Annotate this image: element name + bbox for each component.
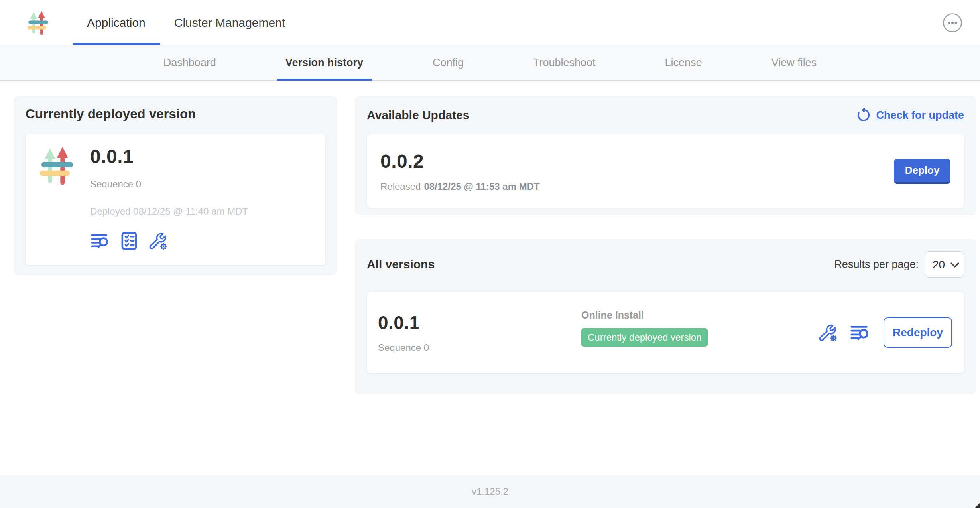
- view-logs-button[interactable]: [90, 231, 109, 250]
- all-versions-title: All versions: [367, 258, 435, 271]
- row-sequence-label: Sequence 0: [378, 342, 429, 353]
- overflow-menu-button[interactable]: [943, 13, 962, 33]
- deployed-version-info: 0.0.1 Sequence 0 Deployed 08/12/25 @ 11:…: [90, 146, 248, 253]
- version-row-status: Online Install Currently deployed versio…: [581, 309, 708, 347]
- currently-deployed-title: Currently deployed version: [26, 106, 325, 122]
- preflight-checks-button[interactable]: [120, 231, 139, 250]
- preflight-checks-icon: [121, 232, 138, 250]
- tab-config[interactable]: Config: [424, 45, 472, 80]
- results-per-page-select-wrap: 20: [925, 251, 964, 278]
- deployed-timestamp: Deployed 08/12/25 @ 11:40 am MDT: [90, 206, 248, 217]
- app-header: Application Cluster Management: [0, 0, 980, 45]
- app-footer: v1.125.2: [0, 475, 980, 508]
- edit-config-button[interactable]: [819, 323, 838, 342]
- version-row: 0.0.1 Sequence 0 Online Install Currentl…: [367, 292, 964, 373]
- app-logo-icon: [39, 146, 74, 185]
- deployed-version-number: 0.0.1: [90, 146, 248, 167]
- kots-admin-console: Application Cluster Management Dashboard…: [0, 0, 980, 508]
- view-logs-icon: [850, 324, 869, 341]
- view-logs-icon: [91, 232, 108, 249]
- install-type-label: Online Install: [581, 309, 644, 321]
- app-logo: [27, 7, 49, 38]
- available-update-card: 0.0.2 Released08/12/25 @ 11:53 am MDT De…: [367, 134, 964, 208]
- edit-config-icon: [149, 231, 168, 251]
- tab-dashboard[interactable]: Dashboard: [155, 45, 225, 80]
- deploy-button[interactable]: Deploy: [894, 159, 950, 184]
- tab-license[interactable]: License: [656, 45, 711, 80]
- row-version-number: 0.0.1: [378, 312, 429, 333]
- main-nav: Application Cluster Management: [73, 0, 299, 45]
- app-logo-icon: [27, 7, 49, 38]
- tab-version-history[interactable]: Version history: [277, 45, 372, 80]
- update-version-number: 0.0.2: [380, 150, 540, 172]
- released-timestamp: 08/12/25 @ 11:53 am MDT: [424, 181, 539, 192]
- deployed-sequence-label: Sequence 0: [90, 179, 248, 190]
- results-per-page-control: Results per page: 20: [834, 251, 964, 278]
- all-versions-panel: All versions Results per page: 20 0.0.1 …: [355, 239, 976, 394]
- available-updates-panel: Available Updates Check for update 0.0.2…: [355, 96, 976, 215]
- check-for-update-label: Check for update: [876, 109, 964, 122]
- deployed-version-card: 0.0.1 Sequence 0 Deployed 08/12/25 @ 11:…: [26, 134, 325, 265]
- nav-tab-cluster-management[interactable]: Cluster Management: [160, 0, 299, 45]
- currently-deployed-badge: Currently deployed version: [581, 328, 708, 347]
- ellipsis-menu-icon: [943, 13, 962, 33]
- subnav-tabs: Dashboard Version history Config Trouble…: [0, 45, 980, 80]
- refresh-icon: [857, 108, 871, 122]
- version-row-actions: Redeploy: [819, 317, 952, 348]
- tab-troubleshoot[interactable]: Troubleshoot: [524, 45, 604, 80]
- app-subnav: Dashboard Version history Config Trouble…: [0, 45, 980, 81]
- results-per-page-select[interactable]: 20: [925, 251, 964, 278]
- edit-config-icon: [819, 322, 838, 343]
- check-for-update-link[interactable]: Check for update: [857, 108, 964, 122]
- currently-deployed-panel: Currently deployed version 0.0.1 Sequenc…: [14, 96, 337, 275]
- released-prefix: Released: [380, 181, 421, 192]
- redeploy-button[interactable]: Redeploy: [884, 317, 952, 348]
- edit-config-button[interactable]: [149, 231, 168, 250]
- nav-tab-application[interactable]: Application: [73, 0, 160, 45]
- deployed-actions: [90, 231, 248, 250]
- available-updates-title: Available Updates: [367, 108, 469, 122]
- console-version-label: v1.125.2: [472, 486, 508, 497]
- results-per-page-label: Results per page:: [834, 258, 919, 271]
- view-logs-button[interactable]: [850, 323, 869, 342]
- tab-view-files[interactable]: View files: [763, 45, 826, 80]
- version-row-info: 0.0.1 Sequence 0: [378, 312, 429, 353]
- cursor-artifact: [975, 503, 980, 508]
- update-released-line: Released08/12/25 @ 11:53 am MDT: [380, 181, 540, 192]
